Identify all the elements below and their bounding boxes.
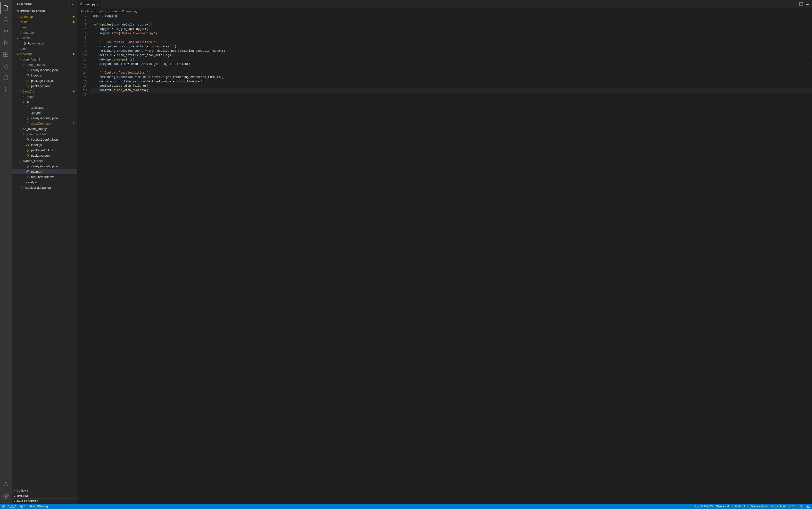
tree-file[interactable]: JSindex.js — [12, 73, 77, 78]
search-icon[interactable] — [0, 13, 12, 25]
tree-item-label: cron_func_1 — [23, 58, 74, 61]
svg-point-17 — [772, 506, 773, 507]
status-feedback-icon[interactable] — [800, 505, 803, 508]
tree-item-label: .project — [31, 111, 74, 114]
extensions-icon[interactable] — [0, 48, 12, 60]
tree-folder[interactable]: ›.build — [12, 19, 77, 25]
tree-file[interactable]: {}package-lock.json — [12, 78, 77, 83]
svg-rect-6 — [4, 55, 6, 57]
tree-file[interactable]: {}catalyst-config.json — [12, 115, 77, 121]
tree-item-label: catalyst-config.json — [31, 138, 74, 141]
tree-folder[interactable]: ›lib — [12, 99, 77, 105]
thunder-icon[interactable] — [0, 83, 12, 95]
chevron-right-icon: › — [22, 95, 26, 98]
status-cursor[interactable]: Ln 18, Col 33 — [695, 505, 712, 508]
tree-item-label: .catalystrc — [25, 180, 74, 184]
status-eol[interactable]: LF — [744, 505, 747, 508]
js-file-icon: JS — [26, 73, 30, 77]
modified-dot-icon — [73, 16, 74, 18]
outline-section[interactable]: › OUTLINE — [12, 488, 77, 493]
tree-file[interactable]: {}package.json — [12, 83, 77, 89]
timeline-section-label: TIMELINE — [16, 495, 29, 497]
settings-gear-icon[interactable] — [0, 490, 12, 502]
status-bell-icon[interactable] — [807, 505, 810, 508]
tree-file[interactable]: ≡requirements.txt — [12, 174, 77, 179]
workspace-section-label: SHIPMENT TRACKER — [16, 10, 45, 13]
more-actions-icon[interactable]: ⋯ — [806, 2, 809, 6]
sidebar-more-icon[interactable]: ⋯ — [69, 2, 73, 6]
svg-point-12 — [81, 3, 81, 3]
tree-file[interactable]: {}catalyst-config.json — [12, 163, 77, 169]
tree-folder[interactable]: ⌄python_tunnel — [12, 158, 77, 163]
source-control-icon[interactable] — [0, 25, 12, 37]
tree-item-label: catalyst-config.json — [31, 116, 74, 120]
breadcrumb-seg[interactable]: main.py — [126, 9, 137, 13]
tree-folder[interactable]: ›.metadata — [12, 30, 77, 35]
split-editor-icon[interactable] — [799, 2, 803, 6]
tree-file[interactable]: J.classpath — [12, 105, 77, 110]
status-language[interactable]: MagicPython — [751, 505, 768, 508]
tab-bar: main.py × ⋯ — [77, 0, 812, 8]
code-content[interactable]: import logging def handler(cron_details,… — [90, 14, 812, 504]
sidebar: EXPLORER ⋯ ⌄ SHIPMENT TRACKER ›.antsetup… — [12, 0, 77, 504]
tree-folder[interactable]: ⌄cron_func_1 — [12, 57, 77, 62]
tree-file[interactable]: JSindex.js — [12, 142, 77, 147]
tree-folder[interactable]: ›.zide — [12, 46, 77, 51]
tree-item-label: .metadata — [20, 31, 74, 34]
tree-folder[interactable]: ⌄functions — [12, 51, 77, 57]
tree-folder[interactable]: ›.antsetup — [12, 14, 77, 19]
tab-main-py[interactable]: main.py × — [77, 0, 102, 8]
timeline-section[interactable]: › TIMELINE — [12, 493, 77, 498]
tree-folder[interactable]: ›.output — [12, 94, 77, 99]
status-java-label: Java: Warning — [29, 505, 48, 508]
tree-file[interactable]: ≡catalyst-debug.log — [12, 185, 77, 190]
editor: main.py × ⋯ functions › python_tunnel › … — [77, 0, 812, 504]
tab-close-icon[interactable]: × — [97, 2, 99, 6]
tree-item-label: index.js — [31, 143, 74, 147]
chevron-right-icon: › — [13, 495, 16, 497]
catalyst-icon[interactable] — [0, 72, 12, 83]
status-golive[interactable]: Go Live — [771, 505, 785, 508]
chevron-right-icon: › — [22, 132, 26, 136]
status-java[interactable]: Java: Warning — [29, 505, 48, 508]
tree-file[interactable]: ≡.project — [12, 110, 77, 115]
tree-folder[interactable]: ⌄on_event_supply — [12, 126, 77, 131]
status-errors[interactable]: 15 1 — [2, 505, 16, 508]
tree-file[interactable]: {}catalyst-config.json — [12, 137, 77, 142]
tree-file[interactable]: JJavaCron.java1 — [12, 121, 77, 126]
text-file-icon: ≡ — [20, 185, 24, 190]
text-file-icon: ≡ — [26, 175, 30, 179]
breadcrumb-seg[interactable]: functions — [81, 9, 94, 13]
tree-file[interactable]: {}launch.json — [12, 40, 77, 46]
tree-file[interactable]: main.py — [12, 169, 77, 174]
explorer-icon[interactable] — [0, 2, 12, 13]
tree-folder[interactable]: ›.idea — [12, 25, 77, 30]
tree-file[interactable]: {}package-lock.json — [12, 147, 77, 153]
java-projects-section[interactable]: › JAVA PROJECTS — [12, 498, 77, 504]
status-ports[interactable]: 1 — [20, 505, 26, 508]
breadcrumbs[interactable]: functions › python_tunnel › main.py — [77, 8, 812, 14]
workspace-section[interactable]: ⌄ SHIPMENT TRACKER — [12, 8, 77, 14]
tree-file[interactable]: {}package.json — [12, 153, 77, 158]
tree-folder[interactable]: ›node_modules — [12, 62, 77, 67]
testing-icon[interactable] — [0, 60, 12, 72]
tree-item-label: on_event_supply — [23, 127, 74, 131]
json-file-icon: {} — [26, 154, 30, 157]
tree-folder[interactable]: ⌄.vscode — [12, 35, 77, 40]
tree-folder[interactable]: ›node_modules — [12, 131, 77, 137]
code-area[interactable]: 12345678910111213141516171819 import log… — [77, 14, 812, 504]
tree-file[interactable]: {}catalyst-config.json — [12, 67, 77, 73]
status-encoding[interactable]: UTF-8 — [732, 505, 741, 508]
minimap[interactable]: T — [809, 62, 811, 65]
tree-file[interactable]: ≡.catalystrc — [12, 179, 77, 185]
status-spaces[interactable]: Spaces: 4 — [716, 505, 729, 508]
modified-dot-icon — [73, 91, 74, 92]
chevron-down-icon: ⌄ — [19, 90, 23, 93]
chevron-right-icon: › — [16, 20, 20, 24]
run-debug-icon[interactable] — [0, 37, 12, 48]
status-errors-count: 15 — [6, 505, 9, 508]
account-icon[interactable] — [0, 478, 12, 490]
status-filesize[interactable]: 657 B — [789, 505, 797, 508]
breadcrumb-seg[interactable]: python_tunnel — [98, 9, 117, 13]
tree-folder[interactable]: ⌄JavaCron — [12, 89, 77, 94]
